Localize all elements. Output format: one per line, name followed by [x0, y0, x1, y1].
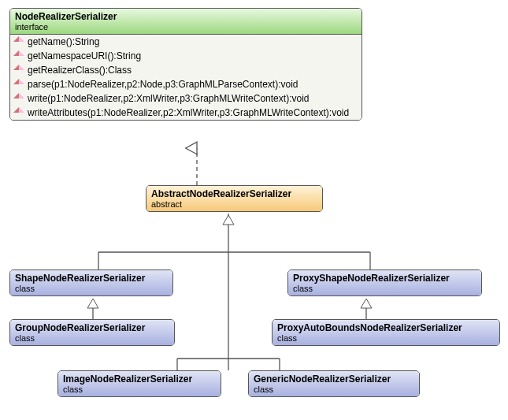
method: parse(p1:NodeRealizer,p2:Node,p3:GraphML… — [10, 77, 362, 91]
class-title: GroupNodeRealizerSerializer — [15, 322, 169, 333]
shape-class-box: ShapeNodeRealizerSerializer class — [9, 269, 173, 296]
class-stereotype: class — [254, 385, 414, 394]
method-icon — [15, 66, 23, 74]
method-signature: parse(p1:NodeRealizer,p2:Node,p3:GraphML… — [28, 79, 298, 90]
method: getRealizerClass():Class — [10, 63, 362, 77]
method: getNamespaceURI():String — [10, 49, 362, 63]
class-stereotype: class — [15, 333, 169, 343]
method: write(p1:NodeRealizer,p2:XmlWriter,p3:Gr… — [10, 91, 362, 106]
class-header: ShapeNodeRealizerSerializer class — [10, 270, 172, 295]
interface-box: NodeRealizerSerializer interface getName… — [9, 8, 362, 121]
class-header: ProxyAutoBoundsNodeRealizerSerializer cl… — [273, 320, 499, 345]
method-icon — [15, 80, 23, 88]
class-title: ProxyAutoBoundsNodeRealizerSerializer — [277, 322, 495, 333]
class-stereotype: class — [293, 284, 476, 293]
method-icon — [15, 52, 23, 60]
class-stereotype: class — [277, 333, 495, 343]
abstract-header: AbstractNodeRealizerSerializer abstract — [146, 186, 322, 211]
image-class-box: ImageNodeRealizerSerializer class — [57, 370, 221, 397]
proxyshape-class-box: ProxyShapeNodeRealizerSerializer class — [287, 269, 482, 296]
proxyauto-class-box: ProxyAutoBoundsNodeRealizerSerializer cl… — [272, 319, 500, 346]
abstract-title: AbstractNodeRealizerSerializer — [151, 188, 317, 199]
class-title: ImageNodeRealizerSerializer — [63, 374, 216, 385]
method-signature: writeAttributes(p1:NodeRealizer,p2:XmlWr… — [28, 107, 349, 118]
uml-diagram: NodeRealizerSerializer interface getName… — [8, 8, 500, 418]
method-icon — [15, 109, 23, 117]
interface-stereotype: interface — [15, 22, 357, 32]
interface-header: NodeRealizerSerializer interface — [10, 9, 362, 35]
method-signature: getName():String — [28, 36, 99, 47]
abstract-stereotype: abstract — [151, 199, 317, 209]
abstract-box: AbstractNodeRealizerSerializer abstract — [146, 185, 323, 212]
interface-title: NodeRealizerSerializer — [15, 11, 357, 22]
class-header: GenericNodeRealizerSerializer class — [249, 371, 419, 396]
class-stereotype: class — [63, 385, 216, 394]
interface-methods: getName():String getNamespaceURI():Strin… — [10, 35, 362, 120]
class-header: ProxyShapeNodeRealizerSerializer class — [288, 270, 481, 295]
method-icon — [15, 38, 23, 46]
method-icon — [15, 95, 23, 102]
class-title: ProxyShapeNodeRealizerSerializer — [293, 273, 476, 284]
method-signature: getNamespaceURI():String — [28, 50, 141, 61]
class-header: ImageNodeRealizerSerializer class — [58, 371, 221, 396]
generic-class-box: GenericNodeRealizerSerializer class — [248, 370, 420, 397]
class-title: GenericNodeRealizerSerializer — [254, 374, 414, 385]
class-header: GroupNodeRealizerSerializer class — [10, 320, 174, 345]
class-title: ShapeNodeRealizerSerializer — [15, 273, 168, 284]
group-class-box: GroupNodeRealizerSerializer class — [9, 319, 175, 346]
method: getName():String — [10, 35, 362, 49]
method-signature: getRealizerClass():Class — [28, 65, 132, 76]
class-stereotype: class — [15, 284, 168, 293]
method: writeAttributes(p1:NodeRealizer,p2:XmlWr… — [10, 106, 362, 120]
method-signature: write(p1:NodeRealizer,p2:XmlWriter,p3:Gr… — [28, 93, 309, 104]
